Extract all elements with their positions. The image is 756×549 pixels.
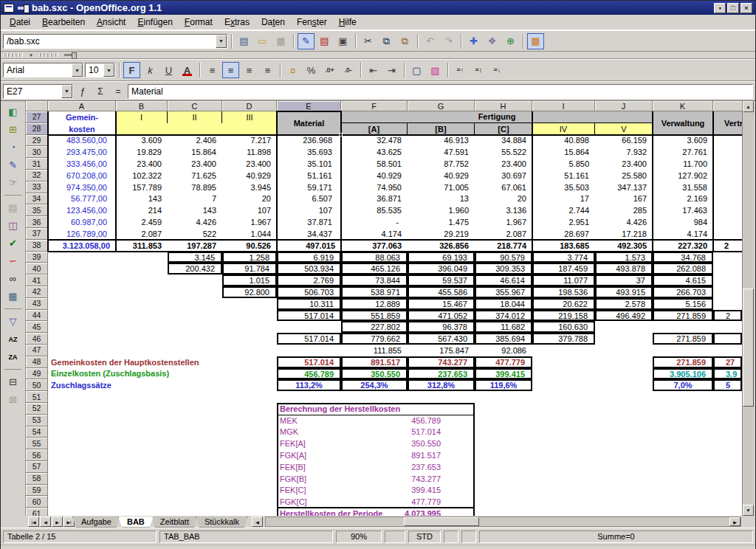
cell-H30[interactable]: 55.522 [475,146,532,158]
toolbar-handle-grip[interactable] [39,53,58,57]
cell-E31[interactable]: 35.101 [277,158,341,170]
sort-ascending-icon[interactable]: AZ [4,331,23,348]
next-sheet-button[interactable]: ▶ [52,517,63,527]
cell-H42[interactable]: 355.967 [475,286,532,298]
font-size-dropdown-button[interactable]: ▼ [103,63,114,77]
cell-F36[interactable]: - [341,216,408,228]
row-header-39[interactable]: 39 [26,252,48,263]
cell-G33[interactable]: 71.005 [408,182,475,193]
cell-E33[interactable]: 59.171 [277,182,341,193]
menu-datei[interactable]: Datei [4,15,36,29]
row-header-54[interactable]: 54 [26,427,48,438]
cell-I46[interactable]: 379.788 [532,333,595,345]
cell-I33[interactable]: 35.503 [532,182,595,193]
cell-E36[interactable]: 37.871 [277,216,341,228]
scroll-up-icon[interactable]: ▲ [743,101,754,112]
status-sheet-indicator[interactable]: Tabelle 2 / 15 [3,531,157,543]
form-controls-icon[interactable]: ☞ [4,174,23,191]
cell-J41[interactable]: 37 [595,274,653,286]
cell-E37[interactable]: 34.437 [277,228,341,240]
cell-A31[interactable]: 333.456,00 [48,158,116,170]
cell-G44[interactable]: 471.052 [408,310,475,322]
cell-K50[interactable]: 7,0% [653,379,713,391]
cell-C29[interactable]: 2.406 [168,135,222,147]
cell-G31[interactable]: 87.752 [408,158,475,170]
cell-D30[interactable]: 11.898 [222,146,277,158]
cell-F49[interactable]: 350.550 [341,368,408,380]
cell-F60[interactable]: 477.779 [341,496,475,508]
datasources-icon[interactable]: ▦ [4,288,23,305]
cell-G38[interactable]: 326.856 [408,240,475,252]
cell-I38[interactable]: 183.685 [532,240,595,252]
cell-K31[interactable]: 11.700 [653,158,713,170]
row-header-27[interactable]: 27 [26,111,48,123]
cell-C37[interactable]: 522 [168,228,222,240]
sum-icon[interactable]: Σ [92,84,109,99]
cell-F27[interactable]: Fertigung [341,111,653,123]
cell-J29[interactable]: 66.159 [595,135,653,147]
open-icon[interactable]: ▭ [254,33,271,49]
cell-H31[interactable]: 23.400 [475,158,532,170]
menu-extras[interactable]: Extras [219,15,255,29]
column-header-I[interactable]: I [532,101,595,111]
cell-J40[interactable]: 493.878 [595,263,653,274]
row-header-47[interactable]: 47 [26,345,48,356]
cell-F58[interactable]: 743.277 [341,473,475,485]
cell-C30[interactable]: 15.864 [168,146,222,158]
cell-G40[interactable]: 396.049 [408,263,475,274]
cell-E40[interactable]: 503.934 [277,263,341,274]
first-sheet-button[interactable]: |◀ [28,517,39,527]
cell-D39[interactable]: 1.258 [222,252,277,263]
cell-G50[interactable]: 312,8% [408,379,475,391]
cell-F34[interactable]: 36.871 [341,193,408,205]
cell-K30[interactable]: 27.761 [653,146,713,158]
toolbar-collapse-icon[interactable]: ▼ [29,53,33,58]
row-header-42[interactable]: 42 [26,286,48,298]
cell-D35[interactable]: 107 [222,204,277,216]
cell-I45[interactable]: 160.630 [532,321,595,333]
cell-I29[interactable]: 40.898 [532,135,595,147]
cell-E34[interactable]: 6.507 [277,193,341,205]
column-header-B[interactable]: B [116,101,168,111]
cell-I37[interactable]: 28.697 [532,228,595,240]
row-header-59[interactable]: 59 [26,485,48,497]
close-button[interactable]: × [740,3,752,13]
cell-E29[interactable]: 236.968 [277,135,341,147]
cell-J37[interactable]: 17.218 [595,228,653,240]
horizontal-scroll-thumb[interactable] [404,517,480,526]
cell-F55[interactable]: 350.550 [341,438,475,449]
cell-I30[interactable]: 15.864 [532,146,595,158]
cell-G39[interactable]: 69.193 [408,252,475,263]
cell-I44[interactable]: 219.158 [532,310,595,322]
cell-K32[interactable]: 127.902 [653,170,713,182]
function-wizard-icon[interactable]: ƒ [75,84,91,99]
status-insert-mode[interactable] [385,531,405,543]
font-name-input[interactable] [4,63,72,77]
cell-J35[interactable]: 285 [595,204,653,216]
align-justify-button[interactable]: ≡ [259,62,276,78]
cell-A32[interactable]: 670.208,00 [48,170,116,182]
cell-B35[interactable]: 214 [116,204,168,216]
cell-B34[interactable]: 143 [116,193,168,205]
bold-button[interactable]: F [123,62,140,78]
spreadsheet-grid[interactable]: ABCDEFGHIJKL2728293031323334353637383940… [26,101,742,516]
url-dropdown-button[interactable]: ▼ [216,35,227,48]
cell-D29[interactable]: 7.217 [222,135,277,147]
cell-H43[interactable]: 18.044 [475,298,532,310]
cell-F57[interactable]: 237.653 [341,461,475,473]
cell-A29[interactable]: 483.560,00 [48,135,116,147]
scroll-down-icon[interactable]: ▼ [743,505,754,516]
cell-F35[interactable]: 85.535 [341,204,408,216]
cell-K35[interactable]: 17.463 [653,204,713,216]
cell-F32[interactable]: 40.929 [341,170,408,182]
underline-button[interactable]: U [160,62,177,78]
background-color-button[interactable]: ▧ [427,62,444,78]
cell-I40[interactable]: 187.459 [532,263,595,274]
cell-B29[interactable]: 3.609 [116,135,168,147]
row-header-34[interactable]: 34 [26,193,48,205]
cell-K33[interactable]: 31.558 [653,182,713,193]
menu-daten[interactable]: Daten [255,15,291,29]
cell-E38[interactable]: 497.015 [277,240,341,252]
borders-button[interactable]: ▢ [408,62,425,78]
cell-I31[interactable]: 5.850 [532,158,595,170]
